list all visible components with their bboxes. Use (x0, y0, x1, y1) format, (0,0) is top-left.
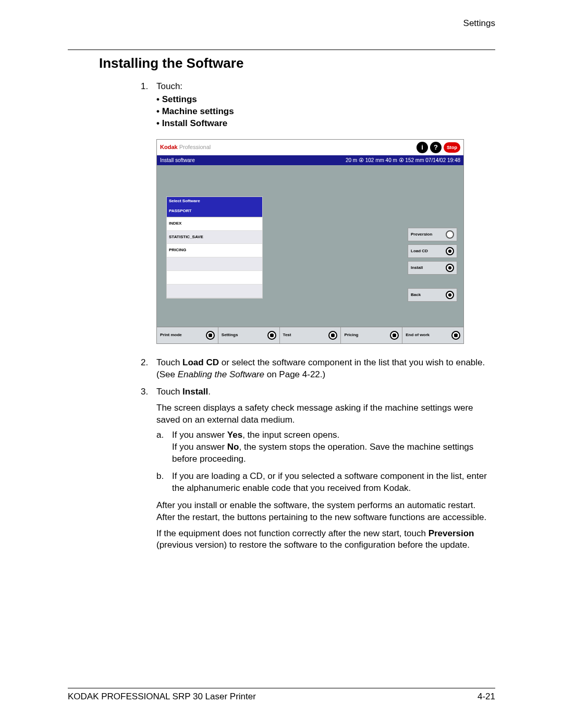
step-1-bullet-install: Install Software (156, 118, 490, 130)
info-icon[interactable]: i (417, 142, 428, 153)
help-icon[interactable]: ? (430, 142, 442, 153)
step-1-bullet-machine: Machine settings (156, 106, 490, 118)
header-section-label: Settings (68, 18, 495, 29)
bottom-pricing[interactable]: Pricing (341, 327, 402, 343)
bottom-print-mode[interactable]: Print mode (157, 327, 218, 343)
step-1-number: 1. (141, 81, 148, 93)
step-3: 3. Touch Install. The screen displays a … (141, 386, 490, 551)
panel-header: Select Software (167, 197, 262, 206)
list-item-statistic[interactable]: STATISTIC_SAVE (167, 231, 262, 244)
list-item-empty3[interactable] (167, 285, 262, 298)
step-1-lead: Touch: (156, 81, 182, 91)
step-3-para1: The screen displays a safety check messa… (156, 402, 490, 426)
list-item-pricing[interactable]: PRICING (167, 244, 262, 257)
step-3b: b. If you are loading a CD, or if you se… (156, 471, 490, 495)
bottom-test[interactable]: Test (280, 327, 341, 343)
step-2: 2. Touch Load CD or select the software … (141, 357, 490, 381)
preversion-button[interactable]: Preversion (408, 228, 457, 241)
software-list-panel: Select Software PASSPORT INDEX STATISTIC… (166, 196, 263, 298)
device-title: Install software (160, 157, 195, 164)
step-3-number: 3. (141, 386, 148, 398)
section-title: Installing the Software (99, 55, 495, 71)
footer-left: KODAK PROFESSIONAL SRP 30 Laser Printer (68, 692, 256, 702)
device-brand: Kodak Professional (160, 143, 211, 151)
device-status: 20 m ⦿ 102 mm 40 m ⦿ 152 mm 07/14/02 19:… (346, 157, 460, 164)
step-3-para3: If the equipment does not function corre… (156, 528, 490, 552)
step-3a: a. If you answer Yes, the input screen o… (156, 429, 490, 465)
step-3-para2: After you install or enable the software… (156, 500, 490, 524)
load-cd-button[interactable]: Load CD (408, 244, 457, 258)
step-2-text: Touch Load CD or select the software com… (156, 357, 485, 379)
list-item-index[interactable]: INDEX (167, 217, 262, 231)
step-1: 1. Touch: Settings Machine settings Inst… (141, 81, 490, 344)
bottom-settings[interactable]: Settings (218, 327, 280, 343)
list-item-passport[interactable]: PASSPORT (167, 206, 262, 217)
step-2-number: 2. (141, 357, 148, 369)
bottom-end-of-work[interactable]: End of work (402, 327, 463, 343)
step-3-lead: Touch Install. (156, 387, 211, 397)
embedded-screenshot: Kodak Professional i ? Stop Install soft… (156, 139, 490, 344)
header-rule (68, 50, 495, 50)
list-item-empty1[interactable] (167, 257, 262, 271)
install-button[interactable]: Install (408, 261, 457, 275)
stop-button[interactable]: Stop (444, 142, 460, 153)
footer-page-number: 4-21 (478, 692, 495, 702)
list-item-empty2[interactable] (167, 271, 262, 285)
back-button[interactable]: Back (408, 288, 457, 302)
step-1-bullet-settings: Settings (156, 94, 490, 106)
